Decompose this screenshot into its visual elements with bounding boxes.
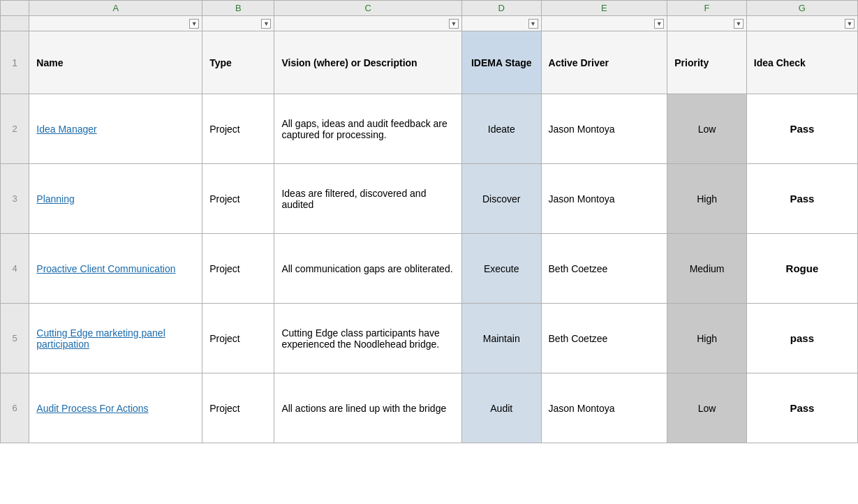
row-idema-0: Ideate: [461, 94, 541, 164]
row-name-0[interactable]: Idea Manager: [29, 94, 202, 164]
row-num-0: 2: [1, 94, 29, 164]
col-header-d[interactable]: D: [461, 1, 541, 16]
row-idea-check-4: Pass: [746, 373, 857, 443]
row-type-1: Project: [202, 164, 274, 234]
row-num-2: 4: [1, 234, 29, 304]
row-name-3[interactable]: Cutting Edge marketing panel participati…: [29, 304, 202, 373]
row-description-3: Cutting Edge class participants have exp…: [274, 304, 462, 373]
filter-btn-b[interactable]: ▼: [261, 19, 271, 29]
row-priority-1: High: [667, 164, 747, 234]
header-type: Type: [202, 31, 274, 94]
header-row-num: 1: [1, 31, 29, 94]
row-num-4: 6: [1, 373, 29, 443]
header-idea-check: Idea Check: [746, 31, 857, 94]
name-link-4[interactable]: Audit Process For Actions: [36, 403, 148, 414]
row-num-1: 3: [1, 164, 29, 234]
row-name-4[interactable]: Audit Process For Actions: [29, 373, 202, 443]
filter-row: ▼ ▼ ▼ ▼ ▼ ▼ ▼: [1, 16, 858, 31]
row-idema-2: Execute: [461, 234, 541, 304]
table-row: 5 Cutting Edge marketing panel participa…: [1, 304, 858, 373]
row-description-4: All actions are lined up with the bridge: [274, 373, 462, 443]
table-row: 3 Planning Project Ideas are filtered, d…: [1, 164, 858, 234]
col-header-c[interactable]: C: [274, 1, 462, 16]
filter-btn-e[interactable]: ▼: [654, 19, 664, 29]
row-idea-check-2: Rogue: [746, 234, 857, 304]
row-type-2: Project: [202, 234, 274, 304]
table-row: 2 Idea Manager Project All gaps, ideas a…: [1, 94, 858, 164]
row-idea-check-0: Pass: [746, 94, 857, 164]
filter-d[interactable]: ▼: [461, 16, 541, 31]
table-row: 4 Proactive Client Communication Project…: [1, 234, 858, 304]
row-type-4: Project: [202, 373, 274, 443]
col-header-e[interactable]: E: [541, 1, 667, 16]
row-active-driver-1: Jason Montoya: [541, 164, 667, 234]
row-active-driver-4: Jason Montoya: [541, 373, 667, 443]
row-priority-2: Medium: [667, 234, 747, 304]
header-active-driver: Active Driver: [541, 31, 667, 94]
filter-btn-f[interactable]: ▼: [734, 19, 744, 29]
row-type-0: Project: [202, 94, 274, 164]
header-vision: Vision (where) or Description: [274, 31, 462, 94]
row-description-2: All communication gaps are obliterated.: [274, 234, 462, 304]
column-header-row: 1 Name Type Vision (where) or Descriptio…: [1, 31, 858, 94]
row-idema-1: Discover: [461, 164, 541, 234]
col-header-f[interactable]: F: [667, 1, 747, 16]
row-name-1[interactable]: Planning: [29, 164, 202, 234]
col-header-a[interactable]: A: [29, 1, 202, 16]
header-idema: IDEMA Stage: [461, 31, 541, 94]
filter-btn-c[interactable]: ▼: [449, 19, 459, 29]
filter-btn-a[interactable]: ▼: [189, 19, 199, 29]
filter-f[interactable]: ▼: [667, 16, 747, 31]
name-link-1[interactable]: Planning: [36, 193, 75, 205]
table-row: 6 Audit Process For Actions Project All …: [1, 373, 858, 443]
table-body: 2 Idea Manager Project All gaps, ideas a…: [1, 94, 858, 443]
row-active-driver-3: Beth Coetzee: [541, 304, 667, 373]
row-idema-3: Maintain: [461, 304, 541, 373]
row-active-driver-0: Jason Montoya: [541, 94, 667, 164]
row-description-1: Ideas are filtered, discovered and audit…: [274, 164, 462, 234]
column-letter-row: A B C D E F G: [1, 1, 858, 16]
filter-g[interactable]: ▼: [746, 16, 857, 31]
col-header-g[interactable]: G: [746, 1, 857, 16]
filter-c[interactable]: ▼: [274, 16, 462, 31]
row-priority-3: High: [667, 304, 747, 373]
filter-a[interactable]: ▼: [29, 16, 202, 31]
row-active-driver-2: Beth Coetzee: [541, 234, 667, 304]
row-idema-4: Audit: [461, 373, 541, 443]
row-idea-check-3: pass: [746, 304, 857, 373]
filter-b[interactable]: ▼: [202, 16, 274, 31]
row-priority-4: Low: [667, 373, 747, 443]
header-name: Name: [29, 31, 202, 94]
filter-btn-g[interactable]: ▼: [845, 19, 855, 29]
header-priority: Priority: [667, 31, 747, 94]
name-link-2[interactable]: Proactive Client Communication: [36, 263, 175, 274]
row-type-3: Project: [202, 304, 274, 373]
filter-row-num: [1, 16, 29, 31]
corner-cell: [1, 1, 29, 16]
spreadsheet-table: A B C D E F G ▼ ▼ ▼ ▼ ▼ ▼ ▼ 1 Name Type …: [0, 0, 858, 443]
row-num-3: 5: [1, 304, 29, 373]
filter-e[interactable]: ▼: [541, 16, 667, 31]
row-priority-0: Low: [667, 94, 747, 164]
name-link-3[interactable]: Cutting Edge marketing panel participati…: [36, 327, 165, 350]
name-link-0[interactable]: Idea Manager: [36, 124, 96, 135]
row-idea-check-1: Pass: [746, 164, 857, 234]
row-description-0: All gaps, ideas and audit feedback are c…: [274, 94, 462, 164]
row-name-2[interactable]: Proactive Client Communication: [29, 234, 202, 304]
filter-btn-d[interactable]: ▼: [528, 19, 538, 29]
col-header-b[interactable]: B: [202, 1, 274, 16]
